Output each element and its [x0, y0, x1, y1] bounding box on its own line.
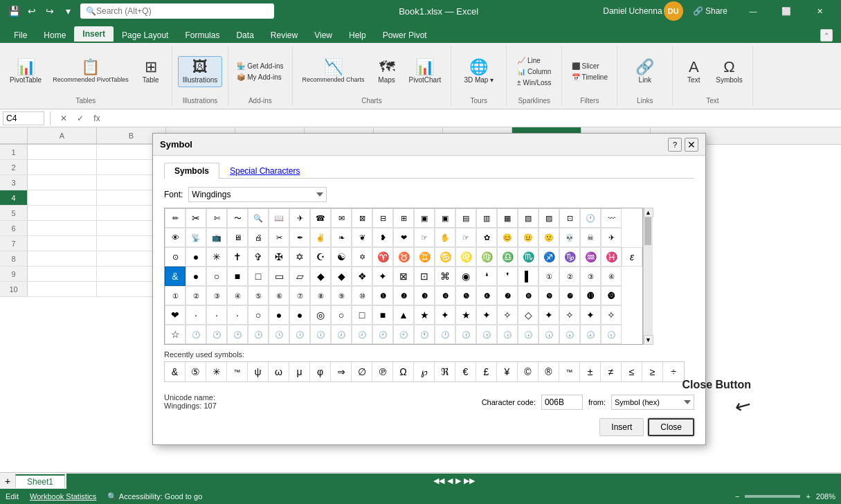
tab-view[interactable]: View: [306, 28, 341, 43]
symbol-cell[interactable]: ◎: [310, 305, 331, 325]
symbol-cell[interactable]: ⊠: [352, 208, 372, 228]
symbol-cell[interactable]: ●: [269, 305, 289, 325]
symbol-cell[interactable]: ♍: [476, 247, 497, 267]
symbol-cell[interactable]: 〰: [601, 208, 622, 228]
symbol-cell[interactable]: ❼: [497, 286, 518, 305]
symbol-cell[interactable]: ✦: [476, 305, 497, 325]
symbol-cell[interactable]: ⊠: [393, 267, 414, 286]
pivot-chart-button[interactable]: 📊 PivotChart: [405, 57, 446, 87]
recent-symbol[interactable]: ÷: [663, 362, 684, 381]
recent-symbol[interactable]: ℘: [414, 362, 435, 381]
recent-symbol[interactable]: μ: [289, 362, 310, 381]
tab-power-pivot[interactable]: Power Pivot: [374, 28, 435, 43]
symbol-cell[interactable]: ■: [372, 305, 393, 325]
symbol-cell[interactable]: ○: [248, 305, 269, 325]
add-sheet-button[interactable]: +: [0, 474, 15, 489]
symbol-cell[interactable]: ✌: [310, 228, 331, 247]
symbol-cell[interactable]: ✳: [206, 247, 227, 267]
symbol-cell[interactable]: ⑧: [310, 286, 331, 305]
symbol-cell[interactable]: 🖨: [248, 228, 269, 247]
symbol-cell-selected[interactable]: &: [165, 267, 186, 286]
symbol-cell[interactable]: ▥: [476, 208, 497, 228]
symbol-cell[interactable]: ✡: [352, 247, 372, 267]
link-button[interactable]: 🔗 Link: [630, 57, 660, 87]
cell-reference-input[interactable]: [3, 111, 44, 125]
column-sparkline-button[interactable]: 📊 Column: [514, 66, 554, 77]
symbol-cell[interactable]: ❿: [559, 286, 580, 305]
recent-symbol[interactable]: ®: [539, 362, 559, 381]
symbol-cell[interactable]: 🕡: [559, 325, 580, 344]
symbol-cell[interactable]: ♌: [455, 247, 476, 267]
symbol-cell[interactable]: ▱: [289, 267, 310, 286]
symbol-cell[interactable]: 🕠: [539, 325, 559, 344]
table-button[interactable]: ⊞ Table: [136, 57, 166, 87]
symbol-cell[interactable]: ▣: [414, 208, 435, 228]
symbol-cell[interactable]: ♑: [559, 247, 580, 267]
my-addins-button[interactable]: 📦 My Add-ins: [234, 72, 286, 82]
line-sparkline-button[interactable]: 📈 Line: [514, 55, 554, 66]
insert-function-button[interactable]: fx: [89, 111, 105, 125]
symbol-cell[interactable]: ⓫: [580, 286, 601, 305]
symbol-cell[interactable]: ✦: [435, 305, 455, 325]
symbol-cell[interactable]: ○: [206, 267, 227, 286]
symbol-cell[interactable]: 🕛: [186, 325, 206, 344]
symbol-cell[interactable]: ✏: [165, 208, 186, 228]
window-close-button[interactable]: ✕: [804, 0, 835, 22]
symbol-cell[interactable]: 🔍: [248, 208, 269, 228]
symbol-cell[interactable]: 🕐: [580, 208, 601, 228]
search-input[interactable]: [96, 6, 269, 16]
recent-symbol[interactable]: ™: [227, 362, 248, 381]
symbol-cell[interactable]: ♈: [372, 247, 393, 267]
recent-symbol[interactable]: &: [165, 362, 186, 381]
symbol-cell[interactable]: ★: [414, 305, 435, 325]
symbol-cell[interactable]: ❹: [435, 286, 455, 305]
symbol-cell[interactable]: ✧: [601, 305, 622, 325]
symbol-cell[interactable]: □: [352, 305, 372, 325]
symbol-cell[interactable]: 🕚: [414, 325, 435, 344]
symbol-cell[interactable]: ♒: [580, 247, 601, 267]
symbol-cell[interactable]: ●: [186, 247, 206, 267]
symbol-cell[interactable]: ❥: [372, 228, 393, 247]
symbol-cell[interactable]: ☞: [414, 228, 435, 247]
recommended-pivot-button[interactable]: 📋 Recommended PivotTables: [48, 57, 133, 86]
symbol-cell[interactable]: ❖: [352, 267, 372, 286]
symbol-cell[interactable]: ✂: [269, 228, 289, 247]
symbol-cell[interactable]: ▨: [539, 208, 559, 228]
symbol-cell[interactable]: ✞: [248, 247, 269, 267]
3d-map-button[interactable]: 🌐 3D Map ▾: [460, 57, 498, 87]
recent-symbol[interactable]: ≠: [601, 362, 622, 381]
symbol-cell[interactable]: ★: [455, 305, 476, 325]
symbol-cell[interactable]: 🕓: [269, 325, 289, 344]
symbol-cell[interactable]: ▤: [455, 208, 476, 228]
symbol-cell[interactable]: 🕘: [372, 325, 393, 344]
symbol-cell[interactable]: ☯: [331, 247, 352, 267]
font-select[interactable]: Wingdings: [188, 187, 327, 202]
symbol-cell[interactable]: ❦: [352, 228, 372, 247]
slicer-button[interactable]: ⬛ Slicer: [569, 61, 611, 71]
symbol-cell[interactable]: ⑤: [248, 286, 269, 305]
symbol-cell[interactable]: ✋: [435, 228, 455, 247]
recent-symbol[interactable]: ≥: [642, 362, 663, 381]
symbol-cell[interactable]: ▧: [518, 208, 539, 228]
symbol-cell[interactable]: ◆: [331, 267, 352, 286]
symbol-cell[interactable]: ☞: [455, 228, 476, 247]
zoom-out-button[interactable]: −: [735, 492, 739, 501]
recommended-charts-button[interactable]: 📉 Recommended Charts: [298, 57, 369, 86]
symbol-cell[interactable]: ▲: [393, 305, 414, 325]
symbol-cell[interactable]: ☪: [310, 247, 331, 267]
symbol-cell[interactable]: ❤: [165, 305, 186, 325]
zoom-slider[interactable]: [745, 495, 800, 498]
symbol-cell[interactable]: ♎: [497, 247, 518, 267]
recent-symbol[interactable]: ⑤: [186, 362, 206, 381]
symbol-cell[interactable]: ■: [227, 267, 248, 286]
ribbon-collapse-button[interactable]: ⌃: [820, 29, 833, 42]
recent-symbol[interactable]: ℗: [372, 362, 393, 381]
recent-symbol[interactable]: ψ: [248, 362, 269, 381]
symbol-cell[interactable]: ✡: [289, 247, 310, 267]
symbol-grid-scrollbar[interactable]: ▲ ▼: [643, 208, 653, 345]
symbol-cell[interactable]: 📖: [269, 208, 289, 228]
search-bar[interactable]: 🔍: [80, 3, 274, 19]
symbol-cell[interactable]: ③: [206, 286, 227, 305]
symbol-cell[interactable]: 📡: [186, 228, 206, 247]
symbol-cell[interactable]: 🕕: [310, 325, 331, 344]
